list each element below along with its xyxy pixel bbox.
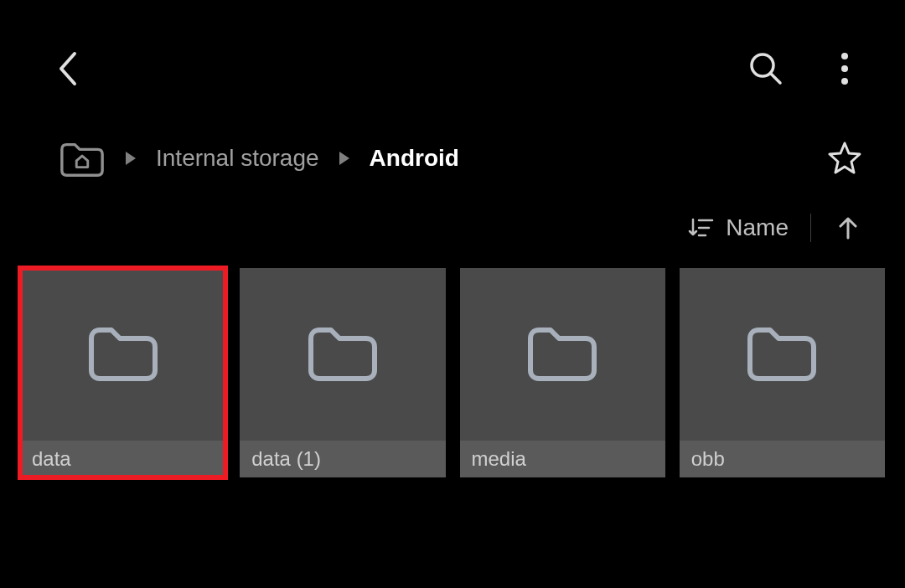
- triangle-right-icon: [124, 151, 137, 166]
- svg-line-1: [771, 74, 780, 83]
- folder-tile-data[interactable]: data: [20, 268, 225, 477]
- sort-button[interactable]: Name: [687, 214, 789, 241]
- home-button[interactable]: [59, 137, 106, 179]
- search-button[interactable]: [747, 50, 784, 87]
- search-icon: [748, 51, 783, 86]
- sort-direction-button[interactable]: [833, 213, 863, 243]
- folder-label: data: [32, 447, 71, 471]
- arrow-up-icon: [836, 214, 860, 241]
- folder-icon: [743, 322, 820, 387]
- sort-icon: [687, 214, 714, 241]
- folder-tile-data-1[interactable]: data (1): [240, 268, 445, 477]
- sort-label: Name: [726, 214, 789, 241]
- svg-point-3: [841, 65, 848, 72]
- home-folder-icon: [59, 137, 106, 179]
- folder-label: media: [472, 447, 526, 471]
- sort-row: Name: [0, 196, 905, 268]
- svg-point-2: [841, 53, 848, 59]
- folder-icon-area: [20, 268, 225, 441]
- folder-icon: [85, 322, 162, 387]
- more-options-button[interactable]: [826, 50, 863, 87]
- breadcrumb-current: Android: [370, 145, 459, 172]
- folder-icon: [304, 322, 381, 387]
- folder-icon-area: [680, 268, 885, 441]
- back-icon: [56, 50, 78, 87]
- folder-grid: data data (1) media obb: [0, 268, 905, 477]
- breadcrumb-separator: [336, 150, 353, 167]
- folder-label-area: data: [20, 441, 225, 477]
- header: [0, 0, 905, 112]
- header-actions: [747, 50, 863, 87]
- folder-icon-area: [460, 268, 665, 441]
- triangle-right-icon: [338, 151, 351, 166]
- folder-label-area: data (1): [240, 441, 445, 477]
- star-icon: [827, 141, 862, 176]
- breadcrumb: Internal storage Android: [59, 137, 459, 179]
- breadcrumb-separator: [122, 150, 139, 167]
- folder-tile-media[interactable]: media: [460, 268, 665, 477]
- more-vertical-icon: [840, 52, 849, 85]
- folder-tile-obb[interactable]: obb: [680, 268, 885, 477]
- breadcrumb-row: Internal storage Android: [0, 112, 905, 196]
- folder-label-area: media: [460, 441, 665, 477]
- breadcrumb-item-internal-storage[interactable]: Internal storage: [156, 145, 319, 172]
- svg-point-4: [841, 78, 848, 85]
- folder-label-area: obb: [680, 441, 885, 477]
- favorite-button[interactable]: [826, 140, 863, 177]
- folder-label: data (1): [251, 447, 321, 471]
- back-button[interactable]: [50, 52, 84, 85]
- folder-label: obb: [691, 447, 725, 471]
- folder-icon: [524, 322, 601, 387]
- folder-icon-area: [240, 268, 445, 441]
- sort-divider: [810, 214, 811, 242]
